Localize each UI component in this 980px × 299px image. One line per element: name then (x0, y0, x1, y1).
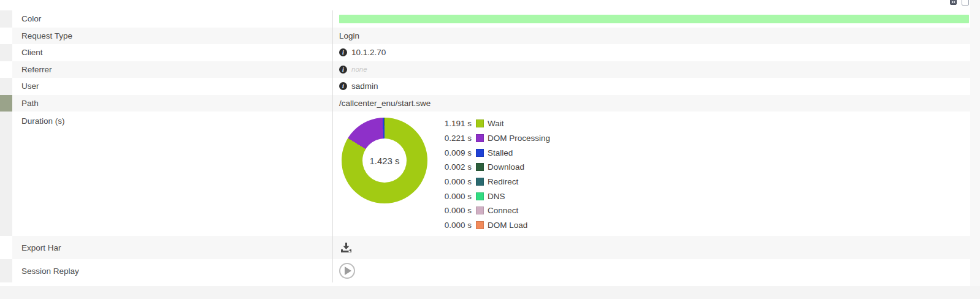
play-triangle-icon (345, 267, 351, 275)
row-gutter (0, 112, 12, 236)
table-row-referrer: Referrer i none (0, 61, 970, 78)
color-value-bar (339, 15, 969, 23)
legend-value: 0.002 s (436, 162, 472, 172)
row-label: Session Replay (21, 267, 79, 276)
legend-item: 0.000 sDOM Load (436, 218, 550, 233)
row-label: Client (21, 48, 43, 57)
legend-label: Download (488, 162, 524, 172)
row-gutter (0, 61, 12, 78)
row-gutter (0, 236, 12, 259)
page-bottom-margin (0, 286, 980, 299)
download-har-icon[interactable] (340, 243, 352, 253)
duration-donut-chart: 1.423 s 1.191 sWait0.221 sDOM Processing… (339, 118, 550, 233)
request-detail-table: Color Request Type Login Client i 10.1.2… (0, 10, 970, 282)
client-value: 10.1.2.70 (351, 48, 386, 57)
legend-swatch (476, 149, 484, 157)
row-gutter (0, 44, 12, 61)
legend-label: DOM Processing (488, 134, 550, 143)
legend-label: DOM Load (488, 221, 527, 230)
legend-value: 0.000 s (436, 221, 472, 230)
info-icon[interactable]: i (339, 48, 347, 56)
legend-label: Redirect (488, 177, 518, 186)
row-label: Export Har (21, 243, 61, 252)
table-row-session-replay: Session Replay (0, 259, 970, 282)
legend-swatch (476, 206, 484, 214)
legend-swatch (476, 178, 484, 186)
row-label: Request Type (21, 31, 72, 40)
top-toolbar (950, 0, 969, 6)
legend-value: 0.000 s (436, 177, 472, 186)
path-value: /callcenter_enu/start.swe (339, 99, 431, 108)
row-gutter (0, 10, 12, 28)
row-gutter (0, 259, 12, 282)
table-row-duration: Duration (s) 1.423 s 1.191 sWait0.221 sD… (0, 112, 970, 236)
table-row-request-type: Request Type Login (0, 28, 970, 45)
legend-value: 1.191 s (436, 119, 472, 128)
legend-item: 1.191 sWait (436, 116, 550, 131)
request-detail-panel: Color Request Type Login Client i 10.1.2… (0, 0, 980, 299)
legend-item: 0.002 sDownload (436, 160, 550, 175)
screenshot-icon[interactable] (950, 0, 957, 5)
info-icon[interactable]: i (339, 82, 347, 90)
legend-item: 0.221 sDOM Processing (436, 131, 550, 146)
legend-label: Wait (488, 119, 504, 128)
legend-swatch (476, 119, 484, 127)
legend-swatch (476, 221, 484, 229)
table-row-color: Color (0, 10, 970, 28)
legend-swatch (476, 134, 484, 142)
legend-swatch (476, 163, 484, 171)
info-icon[interactable]: i (339, 66, 347, 74)
donut-chart: 1.423 s (342, 118, 427, 203)
table-row-client: Client i 10.1.2.70 (0, 44, 970, 61)
row-label: User (21, 81, 39, 91)
legend-swatch (476, 192, 484, 200)
legend-item: 0.000 sDNS (436, 189, 550, 203)
request-type-value: Login (339, 31, 359, 40)
row-color-marker (0, 95, 12, 112)
table-row-export-har: Export Har (0, 236, 970, 259)
window-icon[interactable] (962, 0, 969, 6)
row-gutter (0, 28, 12, 45)
session-replay-play-icon[interactable] (339, 263, 355, 279)
donut-center-label: 1.423 s (362, 138, 407, 183)
chart-legend: 1.191 sWait0.221 sDOM Processing0.009 sS… (436, 116, 550, 233)
legend-item: 0.000 sRedirect (436, 175, 550, 189)
legend-label: Connect (488, 206, 518, 215)
legend-label: Stalled (488, 148, 513, 157)
row-label: Path (21, 99, 39, 108)
row-label: Referrer (21, 65, 52, 74)
row-label: Color (21, 14, 41, 23)
legend-label: DNS (488, 192, 505, 201)
table-row-path: Path /callcenter_enu/start.swe (0, 95, 970, 112)
page-right-margin (970, 0, 980, 299)
user-value: sadmin (351, 81, 378, 91)
row-label: Duration (s) (21, 116, 65, 126)
legend-value: 0.000 s (436, 192, 472, 201)
legend-value: 0.000 s (436, 206, 472, 215)
legend-value: 0.009 s (436, 148, 472, 157)
table-row-user: User i sadmin (0, 78, 970, 95)
legend-value: 0.221 s (436, 134, 472, 143)
legend-item: 0.009 sStalled (436, 145, 550, 160)
referrer-value: none (351, 66, 367, 73)
legend-item: 0.000 sConnect (436, 203, 550, 218)
row-gutter (0, 78, 12, 95)
